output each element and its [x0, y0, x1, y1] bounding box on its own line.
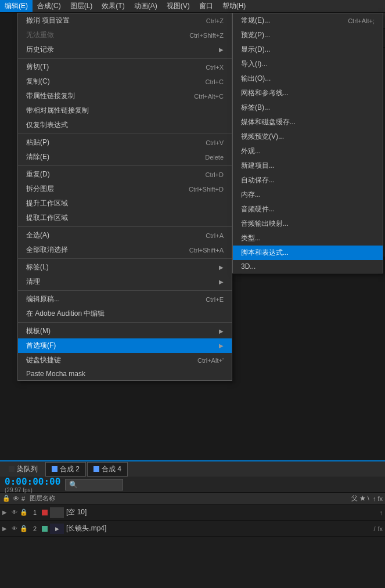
menu-undo[interactable]: 撤消 项目设置 Ctrl+Z [18, 13, 232, 28]
menu-templates[interactable]: 模板(M) ▶ [18, 324, 232, 338]
templates-arrow-icon: ▶ [219, 328, 224, 334]
menu-label[interactable]: 标签(L) ▶ [18, 260, 232, 275]
pref-general-label: 常规(E)... [241, 16, 270, 26]
pref-audio-output-label: 音频输出映射... [241, 219, 289, 229]
menu-extract-label: 提取工作区域 [26, 213, 68, 223]
menu-edit-audition[interactable]: 在 Adobe Audition 中编辑 [18, 306, 232, 321]
menubar-view[interactable]: 视图(V) [162, 0, 195, 12]
preferences-submenu: 常规(E)... Ctrl+Alt+; 预览(P)... 显示(D)... 导入… [232, 13, 383, 273]
menu-split-layer[interactable]: 拆分图层 Ctrl+Shift+D [18, 182, 232, 196]
menubar-edit[interactable]: 编辑(E) [0, 0, 33, 12]
tab-comp4-label: 合成 4 [102, 464, 121, 474]
pref-new-project[interactable]: 新建项目... [233, 158, 383, 173]
time-display[interactable]: 0:00:00:00 [5, 476, 60, 487]
menu-split-label: 拆分图层 [26, 184, 54, 194]
menu-edit-original[interactable]: 编辑原稿... Ctrl+E [18, 292, 232, 306]
pref-scripting[interactable]: 脚本和表达式... [233, 246, 383, 260]
pref-audio-hardware[interactable]: 音频硬件... [233, 202, 383, 217]
menu-select-all-label: 全选(A) [26, 230, 49, 240]
expand-icon-2[interactable]: ▶ [2, 525, 9, 532]
menubar-effect[interactable]: 效果(T) [97, 0, 129, 12]
visible-icon-2[interactable]: 👁 [12, 525, 17, 532]
menu-duplicate[interactable]: 重复(D) Ctrl+D [18, 167, 232, 182]
tab-color-render [9, 466, 15, 472]
tab-comp2[interactable]: 合成 2 [45, 462, 86, 477]
edit-dropdown-menu: 撤消 项目设置 Ctrl+Z 无法重做 Ctrl+Shift+Z 历史记录 ▶ … [17, 13, 232, 381]
pref-display[interactable]: 显示(D)... [233, 42, 383, 57]
fx-label-2[interactable]: fx [377, 525, 383, 532]
pref-auto-save[interactable]: 自动保存... [233, 173, 383, 187]
pref-audio-output[interactable]: 音频输出映射... [233, 217, 383, 231]
menu-clear[interactable]: 清除(E) Delete [18, 150, 232, 164]
col-icons: 🔒 👁 # [2, 495, 25, 502]
menubar-help[interactable]: 帮助(H) [218, 0, 251, 12]
menu-cut-shortcut: Ctrl+X [206, 64, 224, 71]
divider-3 [18, 165, 232, 166]
menubar-compose[interactable]: 合成(C) [33, 0, 66, 12]
pref-memory[interactable]: 内存... [233, 187, 383, 202]
menu-paste-mocha-label: Paste Mocha mask [26, 370, 85, 378]
label-arrow-icon: ▶ [219, 264, 224, 270]
effect-marker-2[interactable]: / [373, 525, 375, 532]
menu-cut[interactable]: 剪切(T) Ctrl+X [18, 60, 232, 74]
layer-num-1: 1 [30, 509, 39, 516]
pref-import-label: 导入(I)... [241, 59, 267, 69]
menu-deselect-all[interactable]: 全部取消选择 Ctrl+Shift+A [18, 243, 232, 257]
search-input[interactable] [80, 481, 121, 488]
menu-keyboard-label: 键盘快捷键 [26, 355, 61, 365]
menu-copy-expression-only[interactable]: 仅复制表达式 [18, 118, 232, 132]
table-row[interactable]: ▶ 👁 🔒 2 ▶ [长镜头.mp4] / fx [0, 521, 385, 537]
lock-icon-1[interactable]: 🔒 [20, 508, 28, 516]
solo-btn-1[interactable]: ↑ [380, 509, 383, 516]
menu-preferences[interactable]: 首选项(F) ▶ [18, 338, 232, 353]
menu-copy[interactable]: 复制(C) Ctrl+C [18, 74, 232, 89]
menu-lift-work-area[interactable]: 提升工作区域 [18, 196, 232, 211]
eye-icon: 👁 [13, 495, 19, 502]
menubar-window[interactable]: 窗口 [195, 0, 218, 12]
pref-preview[interactable]: 预览(P)... [233, 28, 383, 42]
pref-general[interactable]: 常规(E)... Ctrl+Alt+; [233, 13, 383, 28]
pref-grids-label: 网格和参考线... [241, 88, 289, 98]
tab-comp4[interactable]: 合成 4 [87, 462, 128, 477]
timeline-area: 染队列 合成 2 合成 4 0:00:00:00 (29.97 fps) 🔍 🔒… [0, 460, 385, 588]
menubar-animation[interactable]: 动画(A) [129, 0, 162, 12]
visible-icon-1[interactable]: 👁 [12, 509, 17, 515]
menu-history[interactable]: 历史记录 ▶ [18, 42, 232, 57]
search-box[interactable]: 🔍 [65, 479, 123, 490]
table-row[interactable]: ▶ 👁 🔒 1 [空 10] ↑ [0, 504, 385, 521]
menu-copy-with-props[interactable]: 带属性链接复制 Ctrl+Alt+C [18, 89, 232, 103]
pref-appearance[interactable]: 外观... [233, 144, 383, 158]
pref-import[interactable]: 导入(I)... [233, 57, 383, 71]
menu-duplicate-shortcut: Ctrl+D [206, 171, 224, 178]
menu-duplicate-label: 重复(D) [26, 169, 50, 179]
pref-grids[interactable]: 网格和参考线... [233, 86, 383, 100]
pref-labels[interactable]: 标签(B)... [233, 100, 383, 115]
menu-paste[interactable]: 粘贴(P) Ctrl+V [18, 135, 232, 150]
layer-name-1: [空 10] [66, 507, 377, 517]
timeline-columns-header: 🔒 👁 # 图层名称 父 ★ \ ↑ fx [0, 493, 385, 504]
pref-output[interactable]: 输出(O)... [233, 71, 383, 86]
expand-icon-1[interactable]: ▶ [2, 509, 9, 515]
menu-clear-shortcut: Delete [205, 154, 224, 161]
pref-3d[interactable]: 3D... [233, 260, 383, 273]
pref-media-cache[interactable]: 媒体和磁盘缓存... [233, 115, 383, 129]
tab-render-queue[interactable]: 染队列 [2, 462, 44, 477]
menu-purge[interactable]: 清理 ▶ [18, 275, 232, 289]
menu-select-all[interactable]: 全选(A) Ctrl+A [18, 228, 232, 243]
menu-extract-work-area[interactable]: 提取工作区域 [18, 211, 232, 225]
pref-type-label: 类型... [241, 233, 261, 243]
col-parent: 父 ★ \ [351, 494, 369, 503]
pref-general-shortcut: Ctrl+Alt+; [348, 17, 375, 24]
menu-copy-with-props-shortcut: Ctrl+Alt+C [194, 93, 224, 100]
menu-paste-mocha[interactable]: Paste Mocha mask [18, 367, 232, 380]
menubar-layer[interactable]: 图层(L) [66, 0, 98, 12]
lock-icon-2[interactable]: 🔒 [20, 525, 28, 532]
pref-video-preview[interactable]: 视频预览(V)... [233, 129, 383, 144]
layer-color-2 [42, 526, 48, 532]
menu-copy-relative-props[interactable]: 带相对属性链接复制 [18, 103, 232, 118]
menu-copy-relative-label: 带相对属性链接复制 [26, 106, 89, 116]
menubar: 编辑(E) 合成(C) 图层(L) 效果(T) 动画(A) 视图(V) 窗口 帮… [0, 0, 385, 13]
layer-thumb-1 [50, 507, 64, 518]
menu-keyboard-shortcuts[interactable]: 键盘快捷键 Ctrl+Alt+' [18, 353, 232, 367]
pref-type[interactable]: 类型... [233, 231, 383, 246]
